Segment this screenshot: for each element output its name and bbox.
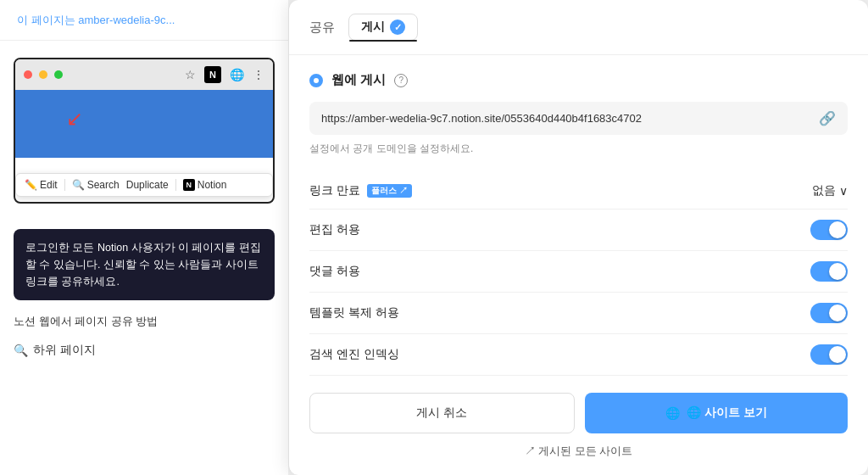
radio-selected[interactable] <box>309 74 323 87</box>
top-bar: 이 페이지는 amber-wedelia-9c... <box>0 0 288 41</box>
earth-icon: 🌐 <box>230 68 244 81</box>
help-icon[interactable]: ? <box>394 74 408 87</box>
duplicate-item: Duplicate <box>126 179 169 191</box>
star-icon: ☆ <box>185 68 196 81</box>
publish-tab[interactable]: 게시 ✓ <box>348 14 418 41</box>
browser-icons: ☆ N 🌐 ⋮ <box>185 66 264 83</box>
chevron-down-icon: ∨ <box>839 184 848 198</box>
edit-item: ✏️ Edit <box>25 179 58 191</box>
share-label: 공유 <box>309 20 335 36</box>
setting-row-template: 템플릿 복제 허용 <box>309 293 848 334</box>
browser-bar: ☆ N 🌐 ⋮ <box>15 59 273 90</box>
preview-box: ☆ N 🌐 ⋮ ↙ ✏️ Edit 🔍 Search Duplicate N N… <box>14 58 275 204</box>
page-link[interactable]: 이 페이지는 amber-wedelia-9c... <box>17 14 175 26</box>
indexing-toggle[interactable] <box>810 344 848 365</box>
view-site-label: 🌐 사이트 보기 <box>687 405 767 421</box>
action-row: 게시 취소 🌐 🌐 사이트 보기 <box>309 393 848 433</box>
sub-page-row: 🔍 하위 페이지 <box>14 343 275 358</box>
sub-page-label: 하위 페이지 <box>33 343 96 358</box>
template-toggle[interactable] <box>810 303 848 323</box>
edit-label: 편집 허용 <box>309 222 360 238</box>
dot-yellow <box>39 70 47 79</box>
more-icon: ⋮ <box>253 68 264 81</box>
expiry-label: 링크 만료 플러스 ↗ <box>309 183 412 198</box>
web-publish-row: 웹에 게시 ? <box>309 72 848 88</box>
notion-n-icon: N <box>204 66 221 83</box>
cancel-button[interactable]: 게시 취소 <box>309 393 575 433</box>
panel-header: 공유 게시 ✓ <box>289 0 868 55</box>
domain-hint: 설정에서 공개 도메인을 설정하세요. <box>309 142 848 156</box>
left-panel: 이 페이지는 amber-wedelia-9c... ☆ N 🌐 ⋮ ↙ ✏️ … <box>0 0 288 475</box>
template-label: 템플릿 복제 허용 <box>309 305 399 321</box>
expiry-value[interactable]: 없음 ∨ <box>812 183 848 198</box>
indexing-label: 검색 엔진 인덱싱 <box>309 347 399 362</box>
comment-label: 댓글 허용 <box>309 264 360 279</box>
setting-row-comment: 댓글 허용 <box>309 251 848 293</box>
view-site-button[interactable]: 🌐 🌐 사이트 보기 <box>585 393 849 433</box>
preview-content: ↙ <box>15 90 273 158</box>
setting-row-edit: 편집 허용 <box>309 210 848 251</box>
search-item: 🔍 Search <box>72 179 120 191</box>
web-publish-label: 웹에 게시 <box>331 72 386 88</box>
arrow-indicator: ↙ <box>66 107 83 131</box>
dot-green <box>54 70 63 79</box>
dot-red <box>24 70 32 79</box>
plus-badge[interactable]: 플러스 ↗ <box>367 184 412 198</box>
all-sites-link[interactable]: ↗ 게시된 모든 사이트 <box>309 444 848 459</box>
copy-link-icon[interactable]: 🔗 <box>819 110 836 126</box>
url-row: https://amber-wedelia-9c7.notion.site/05… <box>309 102 848 135</box>
search-icon: 🔍 <box>14 344 28 357</box>
right-panel: 공유 게시 ✓ 웹에 게시 ? https://amber-wedelia-9c… <box>288 0 868 475</box>
notion-item: N Notion <box>183 179 227 191</box>
description-box: 로그인한 모든 Notion 사용자가 이 페이지를 편집할 수 있습니다. 신… <box>14 229 275 300</box>
globe-icon: 🌐 <box>665 406 680 420</box>
description-text: 로그인한 모든 Notion 사용자가 이 페이지를 편집할 수 있습니다. 신… <box>25 242 261 288</box>
publish-tab-label: 게시 <box>361 20 385 35</box>
preview-toolbar: ✏️ Edit 🔍 Search Duplicate N Notion <box>15 173 273 197</box>
bottom-text[interactable]: 노션 웹에서 페이지 공유 방법 <box>14 314 275 329</box>
url-text: https://amber-wedelia-9c7.notion.site/05… <box>321 112 812 125</box>
setting-row-expiry: 링크 만료 플러스 ↗ 없음 ∨ <box>309 173 848 210</box>
comment-toggle[interactable] <box>810 261 848 282</box>
panel-body: 웹에 게시 ? https://amber-wedelia-9c7.notion… <box>289 55 868 475</box>
setting-row-indexing: 검색 엔진 인덱싱 <box>309 334 848 376</box>
check-icon: ✓ <box>390 20 405 35</box>
edit-toggle[interactable] <box>810 220 848 240</box>
